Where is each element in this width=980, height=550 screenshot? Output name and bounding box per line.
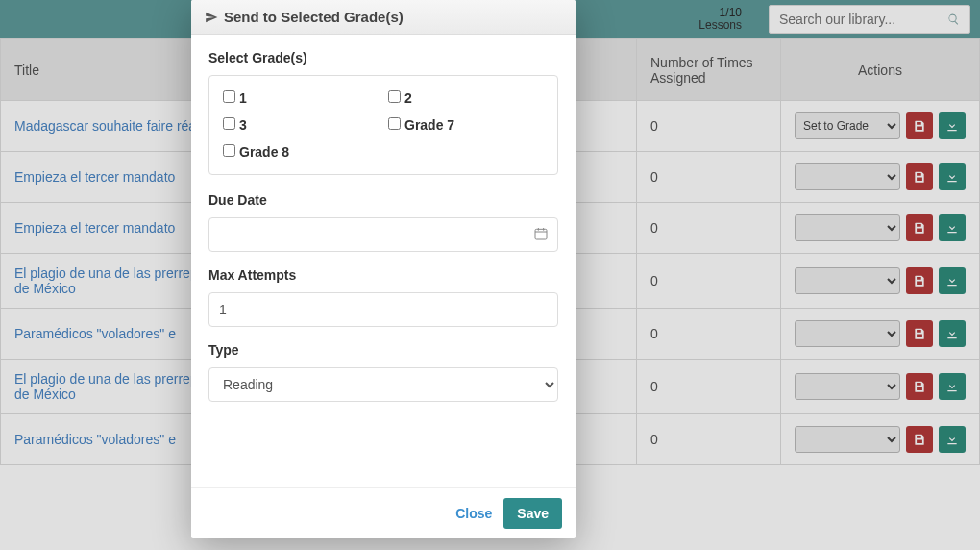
send-to-grades-modal: Send to Selected Grade(s) Select Grade(s… bbox=[191, 0, 576, 538]
grade-option: 3 bbox=[223, 116, 379, 134]
due-date-label: Due Date bbox=[208, 192, 558, 208]
calendar-icon[interactable] bbox=[533, 226, 549, 241]
type-label: Type bbox=[208, 342, 558, 358]
grade-option: Grade 7 bbox=[388, 116, 544, 134]
grade-option: 2 bbox=[388, 89, 544, 107]
max-attempts-label: Max Attempts bbox=[208, 267, 558, 283]
save-button[interactable]: Save bbox=[503, 498, 562, 529]
modal-footer: Close Save bbox=[191, 488, 576, 538]
select-grades-label: Select Grade(s) bbox=[208, 50, 558, 65]
grade-option: 1 bbox=[223, 89, 379, 107]
grade-label: Grade 8 bbox=[239, 144, 289, 160]
svg-rect-0 bbox=[535, 229, 547, 239]
grade-label: Grade 7 bbox=[404, 117, 454, 133]
grade-checkbox[interactable] bbox=[223, 144, 235, 157]
modal-title: Send to Selected Grade(s) bbox=[224, 9, 404, 25]
grade-checkbox[interactable] bbox=[223, 90, 235, 103]
close-button[interactable]: Close bbox=[455, 506, 492, 521]
max-attempts-input[interactable] bbox=[208, 292, 558, 327]
modal-body[interactable]: Select Grade(s) 123Grade 7Grade 8 Due Da… bbox=[191, 35, 576, 488]
grade-label: 3 bbox=[239, 117, 247, 133]
grade-label: 2 bbox=[404, 90, 412, 106]
type-select[interactable]: Reading bbox=[208, 367, 558, 402]
grade-option: Grade 8 bbox=[223, 143, 379, 161]
modal-header: Send to Selected Grade(s) bbox=[191, 0, 576, 35]
grade-checkbox[interactable] bbox=[388, 90, 401, 103]
grades-checkbox-group: 123Grade 7Grade 8 bbox=[208, 75, 558, 175]
grade-checkbox[interactable] bbox=[388, 117, 401, 130]
grade-checkbox[interactable] bbox=[223, 117, 235, 130]
grade-label: 1 bbox=[239, 90, 247, 106]
due-date-input[interactable] bbox=[208, 217, 558, 252]
paper-plane-icon bbox=[205, 11, 218, 24]
